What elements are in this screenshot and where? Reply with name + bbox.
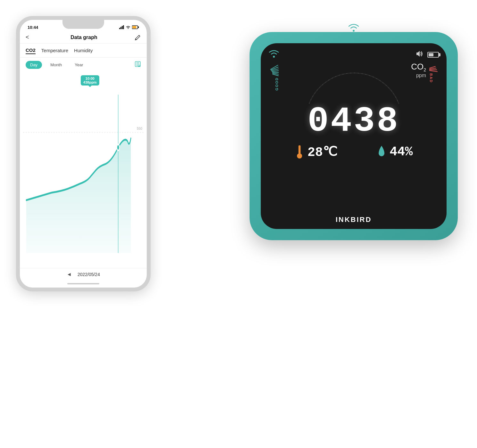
ppm-unit-label: ppm bbox=[411, 73, 426, 78]
device-top-wifi-icon bbox=[348, 22, 360, 35]
device-wifi-icon bbox=[268, 49, 279, 60]
humidity-value: 44% bbox=[390, 145, 413, 159]
arc-container: CO2 ppm bbox=[279, 62, 429, 107]
wifi-status-icon bbox=[126, 25, 130, 29]
thermometer-icon bbox=[295, 144, 304, 160]
tooltip-time: 10:00 bbox=[83, 77, 97, 80]
svg-point-12 bbox=[273, 56, 275, 58]
co2-reading: 0438 bbox=[308, 104, 400, 139]
tab-humidity[interactable]: Humidity bbox=[74, 47, 93, 54]
edit-icon[interactable] bbox=[135, 34, 141, 41]
back-button[interactable]: < bbox=[26, 34, 33, 41]
chart-svg bbox=[23, 72, 144, 268]
chart-area: 10:00 438ppm 550 bbox=[20, 72, 147, 268]
filter-month[interactable]: Month bbox=[46, 61, 66, 69]
prev-date-button[interactable]: ◄ bbox=[67, 272, 72, 277]
tab-co2[interactable]: CO2 bbox=[26, 47, 36, 54]
co2-label: CO2 bbox=[411, 62, 426, 73]
chart-tooltip: 10:00 438ppm bbox=[81, 75, 99, 86]
phone-notch bbox=[62, 20, 104, 29]
temperature-group: 28℃ bbox=[295, 144, 337, 160]
svg-rect-2 bbox=[122, 26, 123, 29]
status-icons bbox=[119, 25, 139, 29]
brand-label: INKBIRD bbox=[336, 216, 372, 224]
svg-rect-6 bbox=[133, 26, 136, 29]
filter-bar: Day Month Year bbox=[20, 58, 147, 72]
svg-rect-3 bbox=[123, 25, 124, 29]
humidity-icon bbox=[377, 145, 386, 159]
device-bottom-row: 28℃ 44% bbox=[268, 144, 439, 160]
app-header: < Data graph bbox=[20, 33, 147, 44]
gauge-section: GOOD CO2 ppm bbox=[268, 62, 439, 107]
measurement-tab-bar: CO2 Temperature Humidity bbox=[20, 44, 147, 58]
device-screen: GOOD CO2 ppm bbox=[261, 43, 447, 229]
humidity-group: 44% bbox=[377, 145, 413, 159]
inkbird-device: GOOD CO2 ppm bbox=[250, 32, 458, 240]
svg-rect-0 bbox=[119, 28, 120, 29]
device-top-row bbox=[268, 49, 439, 60]
page-title: Data graph bbox=[33, 35, 135, 40]
signal-icon bbox=[119, 25, 124, 29]
tooltip-value: 438ppm bbox=[83, 80, 97, 84]
svg-point-11 bbox=[353, 30, 355, 32]
co2-label-group: CO2 ppm bbox=[411, 62, 426, 78]
current-date: 2022/05/24 bbox=[78, 272, 100, 277]
gauge-good-ticks: GOOD bbox=[270, 67, 279, 91]
tab-temperature[interactable]: Temperature bbox=[41, 47, 68, 54]
bad-label: BAD bbox=[429, 73, 433, 83]
svg-rect-5 bbox=[138, 27, 139, 28]
svg-rect-1 bbox=[120, 27, 121, 29]
y-axis-label: 550 bbox=[137, 127, 142, 130]
phone: 10:44 bbox=[16, 16, 151, 291]
home-indicator bbox=[67, 283, 99, 284]
speaker-icon bbox=[415, 50, 424, 59]
device-top-right-icons bbox=[415, 50, 439, 59]
good-label: GOOD bbox=[275, 77, 279, 91]
battery-status-icon bbox=[132, 25, 139, 29]
export-button[interactable] bbox=[135, 61, 141, 69]
filter-year[interactable]: Year bbox=[70, 61, 87, 69]
phone-screen: 10:44 bbox=[20, 20, 147, 288]
svg-rect-16 bbox=[299, 151, 300, 156]
chart-footer: ◄ 2022/05/24 bbox=[20, 268, 147, 281]
svg-point-10 bbox=[117, 144, 119, 151]
scene: 10:44 bbox=[0, 0, 477, 448]
temperature-value: 28℃ bbox=[308, 144, 337, 160]
gauge-arc bbox=[303, 62, 405, 107]
status-time: 10:44 bbox=[28, 25, 38, 30]
device-battery-icon bbox=[427, 52, 439, 58]
gauge-bad-ticks: BAD bbox=[429, 67, 438, 83]
filter-day[interactable]: Day bbox=[26, 61, 42, 69]
